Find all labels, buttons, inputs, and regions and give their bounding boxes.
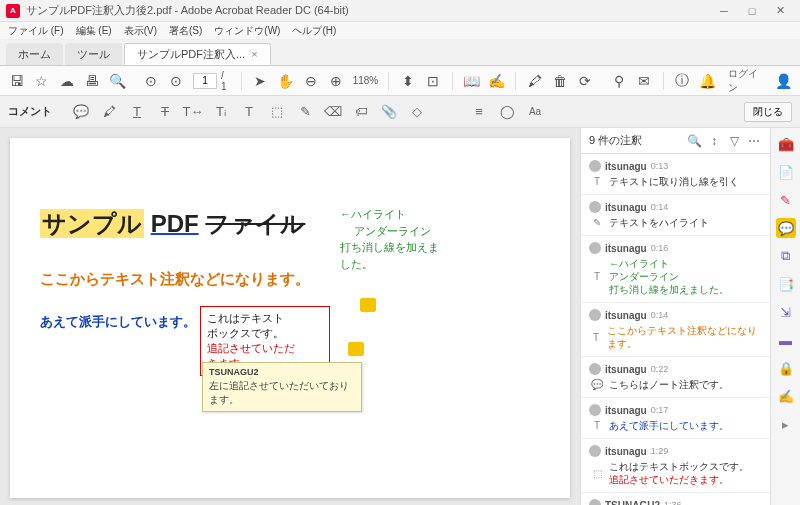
- menu-edit[interactable]: 編集 (E): [72, 24, 116, 38]
- export-pdf-icon[interactable]: 📄: [776, 162, 796, 182]
- highlight-icon[interactable]: 🖍: [526, 72, 543, 90]
- more-tools-icon[interactable]: ▸: [776, 414, 796, 434]
- search-icon[interactable]: 🔍: [109, 72, 126, 90]
- tab-home[interactable]: ホーム: [6, 43, 63, 65]
- fit-width-icon[interactable]: ⬍: [399, 72, 416, 90]
- fill-sign-icon[interactable]: ✍: [776, 386, 796, 406]
- tabbar: ホーム ツール サンプルPDF注釈入... ×: [0, 40, 800, 66]
- print-icon[interactable]: 🖶: [84, 72, 101, 90]
- avatar-icon: [589, 363, 601, 375]
- hand-tool-icon[interactable]: ✋: [277, 72, 294, 90]
- star-icon[interactable]: ☆: [33, 72, 50, 90]
- pencil-tool-icon[interactable]: ✎: [296, 103, 314, 121]
- document-area[interactable]: サンプル PDF ファイル ←ハイライト アンダーライン 打ち消し線を加えま し…: [0, 128, 580, 505]
- page-up-icon[interactable]: ⊙: [142, 72, 159, 90]
- sort-comments-icon[interactable]: ↕: [706, 133, 722, 149]
- mail-icon[interactable]: ✉: [635, 72, 652, 90]
- redact-icon[interactable]: ▬: [776, 330, 796, 350]
- organize-icon[interactable]: 📑: [776, 274, 796, 294]
- comment-item[interactable]: itsunagu0:14Tここからテキスト注釈などになります。: [581, 303, 770, 357]
- insert-text-icon[interactable]: Tᵢ: [212, 103, 230, 121]
- sticky-note-2-icon[interactable]: [348, 342, 364, 356]
- menu-help[interactable]: ヘルプ(H): [288, 24, 340, 38]
- rotate-icon[interactable]: ⟳: [577, 72, 594, 90]
- delete-icon[interactable]: 🗑: [551, 72, 568, 90]
- replace-text-icon[interactable]: T↔: [184, 103, 202, 121]
- create-pdf-icon[interactable]: 🧰: [776, 134, 796, 154]
- attachment-tool-icon[interactable]: 📎: [380, 103, 398, 121]
- menu-view[interactable]: 表示(V): [120, 24, 161, 38]
- font-size-icon[interactable]: Aa: [526, 103, 544, 121]
- fit-page-icon[interactable]: ⊡: [424, 72, 441, 90]
- comment-item[interactable]: itsunagu0:22💬こちらはノート注釈です。: [581, 357, 770, 398]
- comment-item[interactable]: TSUNAGU21:36💬左に追記させていただいております。: [581, 493, 770, 505]
- options-comments-icon[interactable]: ⋯: [746, 133, 762, 149]
- sticky-note-1-icon[interactable]: [360, 298, 376, 312]
- highlighted-text[interactable]: サンプル: [40, 209, 144, 238]
- eraser-tool-icon[interactable]: ⌫: [324, 103, 342, 121]
- color-picker-icon[interactable]: ◯: [498, 103, 516, 121]
- combine-icon[interactable]: ⧉: [776, 246, 796, 266]
- filter-comments-icon[interactable]: ▽: [726, 133, 742, 149]
- account-icon[interactable]: 👤: [775, 72, 792, 90]
- zoom-out-icon[interactable]: ⊖: [302, 72, 319, 90]
- comment-item[interactable]: itsunagu0:17Tあえて派手にしています。: [581, 398, 770, 439]
- window-title: サンプルPDF注釈入力後2.pdf - Adobe Acrobat Reader…: [26, 3, 710, 18]
- protect-icon[interactable]: 🔒: [776, 358, 796, 378]
- orange-paragraph[interactable]: ここからテキスト注釈などになります。: [40, 270, 540, 289]
- search-comments-icon[interactable]: 🔍: [686, 133, 702, 149]
- sign-icon[interactable]: ✍: [488, 72, 505, 90]
- read-aloud-icon[interactable]: 📖: [463, 72, 480, 90]
- popup-note[interactable]: TSUNAGU2 左に追記させていただいております。: [202, 362, 362, 412]
- green-annotation-text[interactable]: ←ハイライト アンダーライン 打ち消し線を加えま した。: [340, 206, 439, 272]
- save-icon[interactable]: 🖫: [8, 72, 25, 90]
- textbox-line-3: 追記させていただ: [207, 342, 295, 354]
- menu-window[interactable]: ウィンドウ(W): [210, 24, 284, 38]
- sticky-note-icon[interactable]: 💬: [72, 103, 90, 121]
- comment-item[interactable]: itsunagu0:13Tテキストに取り消し線を引く: [581, 154, 770, 195]
- tab-close-icon[interactable]: ×: [251, 48, 257, 60]
- arrow-tool-icon[interactable]: ➤: [252, 72, 269, 90]
- cloud-icon[interactable]: ☁: [59, 72, 76, 90]
- comment-time: 0:14: [651, 202, 669, 212]
- edit-pdf-icon[interactable]: ✎: [776, 190, 796, 210]
- page-number-input[interactable]: [193, 73, 217, 89]
- text-tool-icon[interactable]: T: [240, 103, 258, 121]
- comment-author: itsunagu: [605, 446, 647, 457]
- zoom-in-icon[interactable]: ⊕: [327, 72, 344, 90]
- comment-type-icon: T: [591, 331, 601, 343]
- tab-document[interactable]: サンプルPDF注釈入... ×: [124, 43, 271, 65]
- minimize-button[interactable]: ─: [710, 0, 738, 22]
- avatar-icon: [589, 309, 601, 321]
- help-icon[interactable]: ⓘ: [674, 72, 691, 90]
- compress-icon[interactable]: ⇲: [776, 302, 796, 322]
- menu-file[interactable]: ファイル (F): [4, 24, 68, 38]
- zoom-level[interactable]: 118%: [353, 75, 379, 86]
- comment-item[interactable]: itsunagu1:29⬚これはテキストボックスです。追記させていただきます。: [581, 439, 770, 493]
- tab-tools[interactable]: ツール: [65, 43, 122, 65]
- page-down-icon[interactable]: ⊙: [168, 72, 185, 90]
- shapes-tool-icon[interactable]: ◇: [408, 103, 426, 121]
- comment-time: 0:22: [651, 364, 669, 374]
- strikethrough-text[interactable]: ファイル: [205, 210, 305, 237]
- comments-list[interactable]: itsunagu0:13Tテキストに取り消し線を引くitsunagu0:14✎テ…: [581, 154, 770, 505]
- close-window-button[interactable]: ✕: [766, 0, 794, 22]
- highlight-tool-icon[interactable]: 🖍: [100, 103, 118, 121]
- comment-author: itsunagu: [605, 310, 647, 321]
- bell-icon[interactable]: 🔔: [699, 72, 716, 90]
- line-weight-icon[interactable]: ≡: [470, 103, 488, 121]
- maximize-button[interactable]: □: [738, 0, 766, 22]
- underlined-text[interactable]: PDF: [151, 210, 199, 237]
- comment-type-icon: T: [591, 176, 603, 188]
- share-icon[interactable]: ⚲: [610, 72, 627, 90]
- comment-tool-icon[interactable]: 💬: [776, 218, 796, 238]
- comment-item[interactable]: itsunagu0:14✎テキストをハイライト: [581, 195, 770, 236]
- strikethrough-tool-icon[interactable]: T: [156, 103, 174, 121]
- textbox-tool-icon[interactable]: ⬚: [268, 103, 286, 121]
- stamp-tool-icon[interactable]: 🏷: [352, 103, 370, 121]
- close-comment-toolbar-button[interactable]: 閉じる: [744, 102, 792, 122]
- comment-item[interactable]: itsunagu0:16T←ハイライトアンダーライン打ち消し線を加えました。: [581, 236, 770, 303]
- underline-tool-icon[interactable]: T: [128, 103, 146, 121]
- menu-sign[interactable]: 署名(S): [165, 24, 206, 38]
- login-button[interactable]: ログイン: [728, 67, 766, 95]
